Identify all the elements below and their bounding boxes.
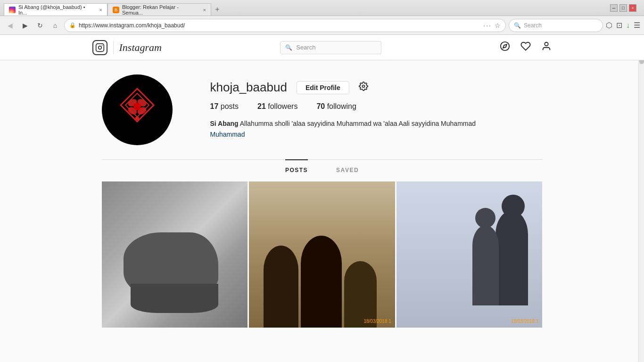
profile-header: khoja_baabud Edit Profile 17 posts (102, 74, 543, 145)
photo-rhino (102, 181, 248, 328)
bio-continuation: Muhammad (210, 131, 245, 138)
browser-toolbar-icons: ⬡ ⊡ ↓ ☰ (606, 21, 640, 30)
instagram-search-box[interactable]: 🔍 Search (280, 41, 381, 54)
compass-icon[interactable] (500, 41, 510, 54)
instagram-app: Instagram 🔍 Search (0, 35, 644, 362)
grid-item-3[interactable]: 18/03/2018 1 (396, 181, 543, 328)
url-text: https://www.instagram.com/khoja_baabud/ (79, 22, 480, 29)
menu-icon[interactable]: ☰ (634, 21, 640, 30)
profile-stats-row: 17 posts 21 followers 70 following (210, 102, 543, 111)
new-tab-button[interactable]: + (211, 3, 223, 16)
instagram-logo-area: Instagram (92, 40, 162, 55)
settings-icon[interactable] (359, 82, 368, 93)
photo-date-2: 18/03/2018 1 (363, 319, 391, 324)
home-button[interactable]: ⌂ (49, 19, 61, 32)
profile-icon[interactable] (541, 41, 552, 54)
avatar-container (102, 74, 173, 145)
svg-point-14 (135, 116, 139, 120)
tab-close-instagram[interactable]: × (99, 7, 102, 13)
back-button[interactable]: ◀ (4, 19, 16, 32)
tab-saved[interactable]: SAVED (336, 159, 359, 180)
tab-label-blogger: Blogger: Rekan Pelajar - Semua... (122, 4, 198, 16)
svg-point-13 (133, 103, 141, 110)
logo-divider (113, 41, 114, 54)
following-stat[interactable]: 70 following (316, 102, 356, 111)
edit-profile-button[interactable]: Edit Profile (297, 81, 349, 94)
svg-point-2 (101, 45, 102, 46)
followers-stat[interactable]: 21 followers (257, 102, 297, 111)
profile-bio: Si Abang Allahumma sholli 'alaa sayyidin… (210, 118, 543, 140)
username: khoja_baabud (210, 80, 287, 95)
address-menu-icon[interactable]: ··· (483, 22, 492, 29)
browser-search-placeholder: Search (524, 22, 542, 29)
browser-tabs: Si Abang (@khoja_baabud) • In... × B Blo… (4, 0, 610, 16)
profile-section: khoja_baabud Edit Profile 17 posts (102, 60, 543, 337)
instagram-wordmark: Instagram (119, 41, 162, 54)
browser-scrollbar[interactable] (638, 35, 644, 362)
bio-name: Si Abang (210, 120, 239, 127)
refresh-button[interactable]: ↻ (34, 19, 46, 32)
instagram-logo-icon (92, 40, 107, 55)
download-icon[interactable]: ↓ (626, 21, 630, 30)
tab-favicon-instagram (9, 7, 16, 13)
bookmark-star-icon[interactable]: ☆ (495, 22, 501, 29)
avatar (102, 74, 173, 145)
window-controls: ─ □ × (610, 4, 636, 12)
browser-navbar: ◀ ▶ ↻ ⌂ 🔒 https://www.instagram.com/khoj… (0, 16, 644, 35)
browser-search-icon: 🔍 (514, 22, 521, 29)
photo-grid: 18/03/2018 1 18/03/2018 1 (102, 181, 543, 328)
tab-label-instagram: Si Abang (@khoja_baabud) • In... (18, 4, 95, 16)
ssl-lock-icon: 🔒 (69, 22, 76, 28)
bookmark-toolbar-icon[interactable]: ⬡ (606, 21, 612, 30)
tab-blogger[interactable]: B Blogger: Rekan Pelajar - Semua... × (107, 3, 211, 16)
svg-rect-0 (96, 43, 104, 51)
grid-item-2[interactable]: 18/03/2018 1 (249, 181, 395, 328)
tab-close-blogger[interactable]: × (203, 7, 206, 13)
instagram-header: Instagram 🔍 Search (0, 35, 644, 60)
svg-point-5 (545, 42, 548, 45)
photo-group (249, 181, 395, 328)
heart-icon[interactable] (520, 41, 531, 54)
username-row: khoja_baabud Edit Profile (210, 80, 543, 95)
tab-favicon-blogger: B (113, 7, 119, 13)
svg-marker-4 (504, 44, 507, 48)
minimize-button[interactable]: ─ (610, 4, 618, 12)
grid-item-1[interactable] (102, 181, 248, 328)
address-bar[interactable]: 🔒 https://www.instagram.com/khoja_baabud… (64, 19, 506, 32)
svg-point-15 (362, 85, 364, 88)
browser-search-bar[interactable]: 🔍 Search (509, 19, 603, 32)
tab-instagram[interactable]: Si Abang (@khoja_baabud) • In... × (4, 3, 107, 16)
tab-posts[interactable]: POSTS (285, 159, 308, 180)
screenshot-icon[interactable]: ⊡ (616, 21, 622, 30)
close-button[interactable]: × (629, 4, 636, 12)
profile-tabs: POSTS SAVED (102, 159, 543, 180)
instagram-search-placeholder: Search (296, 44, 315, 51)
instagram-header-icons (500, 41, 552, 54)
svg-point-1 (98, 46, 101, 49)
forward-button[interactable]: ▶ (19, 19, 31, 32)
browser-titlebar: Si Abang (@khoja_baabud) • In... × B Blo… (0, 0, 644, 16)
maximize-button[interactable]: □ (619, 4, 627, 12)
instagram-search-icon: 🔍 (285, 44, 292, 51)
bio-text: Allahumma sholli 'alaa sayyidina Muhamma… (239, 120, 476, 127)
posts-stat[interactable]: 17 posts (210, 102, 239, 111)
svg-point-3 (501, 41, 509, 50)
photo-date-3: 18/03/2018 1 (511, 319, 538, 324)
profile-info: khoja_baabud Edit Profile 17 posts (210, 80, 543, 140)
photo-silhouette (396, 181, 543, 328)
